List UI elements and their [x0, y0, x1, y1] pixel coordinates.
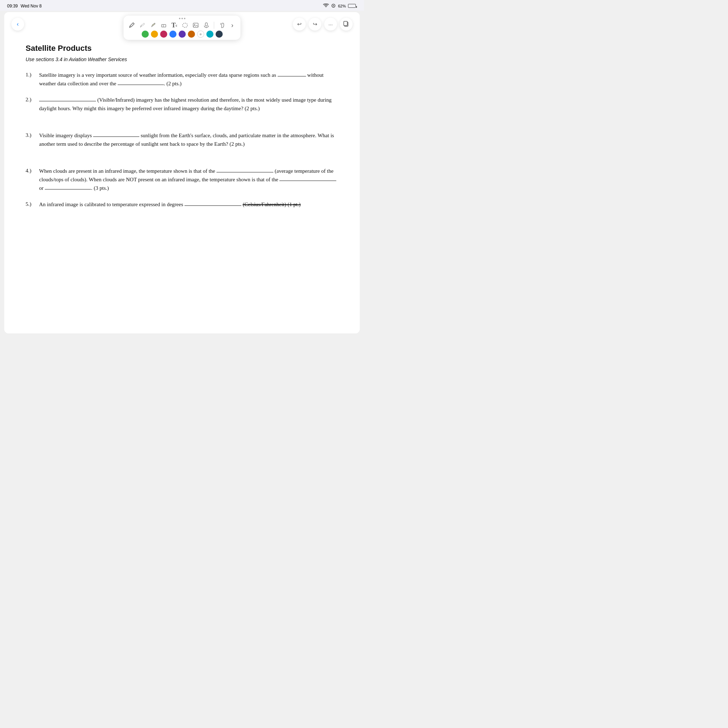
back-icon: ‹	[17, 21, 18, 28]
color-dark-orange[interactable]	[188, 31, 195, 38]
q4-blank3	[45, 184, 91, 190]
q2-number: 2.)	[26, 96, 36, 113]
q1-text: Satellite imagery is a very important so…	[39, 71, 338, 88]
finger-draw-icon[interactable]	[218, 21, 226, 29]
svg-point-1	[333, 5, 334, 6]
text-tool-icon[interactable]: Tc	[171, 21, 179, 29]
svg-point-5	[194, 24, 195, 25]
color-pink[interactable]	[160, 31, 167, 38]
svg-point-3	[183, 23, 188, 28]
status-left: 09:39 Wed Nov 8	[7, 3, 41, 9]
question-2: 2.) (Visible/Infrared) imagery has the h…	[26, 96, 338, 113]
q2-text: (Visible/Infrared) imagery has the highe…	[39, 96, 338, 113]
battery-icon	[348, 4, 357, 9]
color-blue[interactable]	[169, 31, 176, 38]
status-right: 62%	[323, 3, 357, 9]
signal-icon	[331, 3, 336, 9]
image-insert-icon[interactable]	[192, 21, 200, 29]
question-4: 4.) When clouds are present in an infrar…	[26, 167, 338, 192]
highlighter-tool-icon[interactable]	[149, 21, 157, 29]
q3-text: Visible imagery displays sunlight from t…	[39, 131, 338, 148]
question-5: 5.) An infrared image is calibrated to t…	[26, 200, 338, 209]
back-button[interactable]: ‹	[11, 18, 24, 31]
q4-number: 4.)	[26, 167, 36, 192]
pencil-tool-icon[interactable]	[139, 21, 147, 29]
toolbar-icons-row: Tc ›	[128, 21, 236, 29]
svg-rect-4	[193, 23, 198, 28]
lasso-tool-icon[interactable]	[181, 21, 189, 29]
question-3: 3.) Visible imagery displays sunlight fr…	[26, 131, 338, 148]
svg-rect-6	[205, 23, 208, 26]
status-bar: 09:39 Wed Nov 8 62%	[0, 0, 364, 11]
color-palette: ⊕	[141, 31, 223, 38]
undo-icon: ↩	[297, 21, 302, 28]
q4-blank2	[279, 175, 336, 181]
color-orange[interactable]	[151, 31, 158, 38]
doc-title: Satellite Products	[26, 42, 338, 54]
right-toolbar: ↩ ↪ ···	[293, 18, 353, 31]
dot1	[179, 18, 180, 19]
svg-rect-8	[344, 21, 347, 26]
q1-blank1	[278, 71, 306, 77]
q1-blank2	[118, 79, 164, 85]
spacer-3	[26, 156, 338, 167]
toolbar-drag-handle	[179, 18, 185, 19]
pen-tool-icon[interactable]	[128, 21, 136, 29]
wifi-icon	[323, 3, 329, 9]
color-green[interactable]	[141, 31, 148, 38]
drawing-toolbar: Tc › ⊕	[124, 16, 241, 40]
duplicate-icon	[343, 21, 349, 28]
q3-number: 3.)	[26, 131, 36, 148]
dot3	[184, 18, 185, 19]
more-options-button[interactable]: ···	[324, 18, 337, 31]
ellipsis-icon: ···	[329, 21, 333, 28]
document-content: Satellite Products Use sections 3.4 in A…	[4, 12, 360, 333]
redo-icon: ↪	[313, 21, 317, 28]
undo-button[interactable]: ↩	[293, 18, 306, 31]
dot2	[181, 18, 183, 19]
audio-icon[interactable]	[203, 21, 210, 29]
q1-number: 1.)	[26, 71, 36, 88]
q5-number: 5.)	[26, 200, 36, 209]
color-teal[interactable]	[206, 31, 213, 38]
q4-blank1	[217, 167, 273, 173]
toolbar-separator	[214, 22, 214, 29]
q4-text: When clouds are present in an infrared i…	[39, 167, 338, 192]
redo-button[interactable]: ↪	[309, 18, 321, 31]
color-compass-icon[interactable]: ⊕	[197, 31, 204, 38]
battery-percent: 62%	[338, 4, 346, 8]
spacer-2	[26, 121, 338, 131]
time: 09:39	[7, 3, 18, 9]
date: Wed Nov 8	[21, 3, 41, 9]
q5-text: An infrared image is calibrated to tempe…	[39, 200, 338, 209]
q5-blank1	[185, 200, 242, 206]
color-purple[interactable]	[179, 31, 185, 38]
q2-blank1	[39, 96, 96, 102]
duplicate-button[interactable]	[340, 18, 353, 31]
q5-strikethrough: (Celsius/Fahrenheit) (1 pt.)	[243, 202, 301, 207]
more-tools-icon[interactable]: ›	[229, 21, 236, 29]
content-area: ‹ Tc	[4, 12, 360, 333]
doc-subtitle: Use sections 3.4 in Aviation Weather Ser…	[26, 56, 338, 64]
question-1: 1.) Satellite imagery is a very importan…	[26, 71, 338, 88]
svg-rect-2	[162, 24, 166, 27]
q3-blank1	[93, 131, 139, 137]
color-dark[interactable]	[216, 31, 223, 38]
eraser-tool-icon[interactable]	[160, 21, 168, 29]
